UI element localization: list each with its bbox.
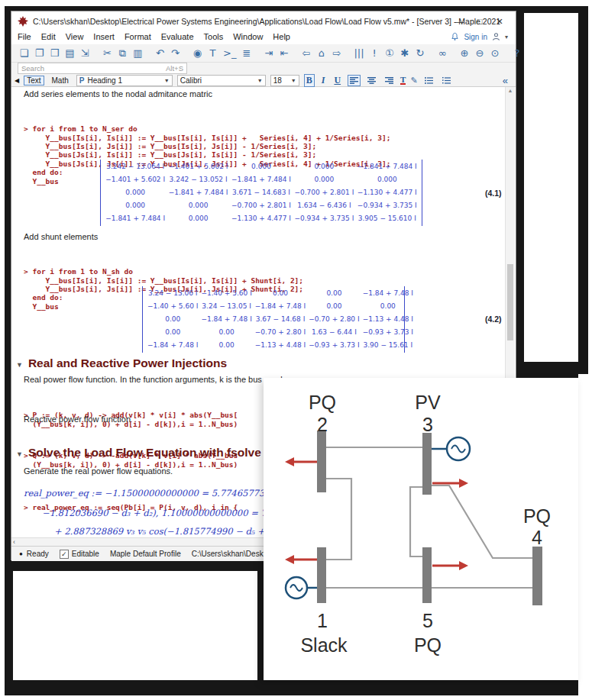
main-toolbar: ❏ ❐ ❒ ▤ ⇲ ✂ ⧉ ▥ ↶ ↷ ◉ T >_ ≣ ⇥ (11, 44, 516, 63)
code-line[interactable]: Y__bus[Is[i], Is[i]] := Y__bus[Is[i], Is… (24, 134, 390, 142)
code-line[interactable]: Y__bus[Is[i], Js[i]] := Y__bus[Is[i], Js… (24, 142, 390, 150)
align-right-button[interactable] (383, 75, 396, 86)
maximize-button[interactable]: □ (471, 15, 488, 27)
section-title[interactable]: Solve the Load Flow Equation with fsolve (28, 446, 261, 460)
profile-label: Maple Default Profile (110, 550, 181, 558)
font-family-select[interactable]: Calibri ▼ (177, 75, 266, 86)
zoom-tool-icon[interactable]: ◉ (192, 46, 202, 61)
text-mode-button[interactable]: Text (24, 76, 44, 85)
align-center-icon (367, 77, 376, 84)
align-center-button[interactable] (365, 75, 378, 86)
hyperlink-icon[interactable]: ∞ (438, 46, 448, 61)
bold-button[interactable]: B (304, 74, 315, 87)
home-icon[interactable]: ⌂ (316, 46, 326, 61)
scroll-up-icon[interactable]: ▲ (506, 88, 515, 93)
math-mode-button[interactable]: Math (49, 76, 72, 85)
format-toolbar: ◀ Text Math P Heading 1 ▼ Calibri ▼ 18 ▼… (11, 74, 516, 87)
bus-bar-5 (422, 547, 432, 603)
matrix-cell: 3.905 − 15.610 I (357, 215, 417, 223)
section-collapse-icon[interactable]: ▼ (16, 450, 23, 458)
indent-icon[interactable]: ⇥ (264, 46, 273, 61)
menu-item[interactable]: Help (273, 32, 290, 41)
save-icon[interactable]: ❒ (50, 46, 60, 61)
paragraph-generate[interactable]: Generate the real power flow equations. (24, 466, 173, 476)
underline-button[interactable]: U (332, 74, 343, 87)
paragraph-series[interactable]: Add series elements to the nodal admitan… (24, 89, 212, 98)
bus2-type-label: PQ (309, 392, 336, 413)
copy-icon[interactable]: ⧉ (118, 46, 128, 61)
insert-text-icon[interactable]: T (208, 46, 218, 61)
new-document-icon[interactable]: ❏ (19, 46, 29, 61)
menu-item[interactable]: View (66, 32, 84, 41)
font-size-select[interactable]: 18 ▼ (270, 75, 299, 86)
execute-all-icon[interactable]: ||| (354, 46, 364, 61)
menu-item[interactable]: Edit (41, 32, 56, 41)
code-line[interactable]: > for i from 1 to N_sh do (24, 267, 303, 276)
zoom-reset-icon[interactable]: ⊙ (490, 46, 500, 61)
menu-item[interactable]: Evaluate (161, 32, 194, 41)
menu-item[interactable]: File (18, 32, 31, 41)
insert-math-prompt-icon[interactable]: >_ (223, 46, 236, 61)
insert-section-icon[interactable]: ≣ (241, 46, 251, 61)
open-document-icon[interactable]: ❐ (34, 46, 44, 61)
code-line[interactable]: Y__bus[Js[i], Is[i]] := Y__bus[Js[i], Is… (24, 150, 390, 159)
undo-icon[interactable]: ↶ (155, 46, 165, 61)
paragraph-reactive-power[interactable]: Reactive power flow function (24, 415, 131, 424)
menu-item[interactable]: Insert (93, 32, 115, 41)
arrow-left-icon (285, 457, 294, 466)
editable-toggle[interactable]: ✓ Editable (60, 550, 99, 559)
print-icon[interactable]: ▤ (65, 46, 75, 61)
search-placeholder: Search (21, 63, 44, 73)
menu-item[interactable]: Format (125, 32, 151, 41)
style-prefix: P (79, 76, 85, 85)
cut-icon[interactable]: ✂ (102, 46, 112, 61)
bullet-list-button[interactable] (422, 75, 435, 86)
zoom-out-icon[interactable]: ⊖ (475, 46, 485, 61)
minimize-button[interactable]: — (451, 15, 468, 27)
zoom-in-icon[interactable]: ⊕ (460, 46, 470, 61)
align-left-button[interactable] (348, 75, 361, 86)
search-input[interactable]: Search Alt+S (18, 63, 187, 74)
palette-collapse-icon[interactable]: ◀ (15, 77, 19, 84)
matrix-cell: −0.934 + 3.735 I (357, 202, 417, 210)
numbered-list-button[interactable] (440, 75, 453, 86)
profile-caret-icon[interactable]: ▾ (505, 34, 508, 40)
redo-icon[interactable]: ↷ (170, 46, 180, 61)
sign-in-link[interactable]: Sign in (464, 33, 487, 41)
matrix-cell: −1.84 + 7.48 I (201, 315, 251, 324)
highlight-pencil-icon[interactable]: ✎ (410, 76, 417, 85)
interrupt-icon[interactable]: ① (385, 46, 395, 61)
close-button[interactable]: ✕ (491, 15, 508, 27)
maple-leaf-icon (18, 16, 28, 27)
matrix-cell: 1.634 − 6.436 I (294, 202, 354, 210)
italic-button[interactable]: I (319, 74, 328, 87)
user-profile-icon[interactable] (492, 32, 500, 41)
outdent-icon[interactable]: ⇤ (279, 46, 289, 61)
menu-item[interactable]: Window (233, 32, 263, 41)
help-icon[interactable]: ? (513, 46, 522, 61)
export-icon[interactable]: ⇲ (80, 46, 90, 61)
font-color-button[interactable]: T (400, 76, 406, 85)
numbered-list-icon (442, 77, 451, 84)
notifications-bell-icon[interactable] (451, 32, 459, 41)
execute-icon[interactable]: ! (370, 46, 380, 61)
paragraph-real-power[interactable]: Real power flow function. In the functio… (24, 375, 290, 384)
matrix-cell: −0.70 + 2.80 I (309, 315, 359, 324)
code-line[interactable]: > for i from 1 to N_ser do (24, 124, 390, 133)
menu-item[interactable]: Tools (204, 32, 224, 41)
debug-icon[interactable]: ✱ (400, 46, 410, 61)
code-line[interactable]: Y__bus[Is[i], Is[i]] := Y__bus[Is[i], Is… (24, 276, 303, 285)
matrix-cell: −1.13 + 4.48 I (363, 315, 413, 324)
paragraph-style-select[interactable]: P Heading 1 ▼ (76, 75, 173, 86)
checkbox-checked-icon[interactable]: ✓ (60, 550, 69, 559)
section-title[interactable]: Real and Reactive Power Injections (28, 356, 227, 370)
matrix-cell: 0.000 (168, 215, 228, 223)
paste-icon[interactable]: ▥ (133, 46, 143, 61)
forward-icon[interactable]: ⇨ (332, 46, 341, 61)
paragraph-shunt[interactable]: Add shunt elements (24, 232, 98, 241)
back-icon[interactable]: ⇦ (301, 46, 311, 61)
vertical-scrollbar-thumb[interactable] (507, 264, 513, 340)
restart-icon[interactable]: ↻ (416, 46, 425, 61)
collapse-toolbar-icon[interactable]: « (503, 75, 508, 86)
section-collapse-icon[interactable]: ▼ (16, 361, 23, 369)
